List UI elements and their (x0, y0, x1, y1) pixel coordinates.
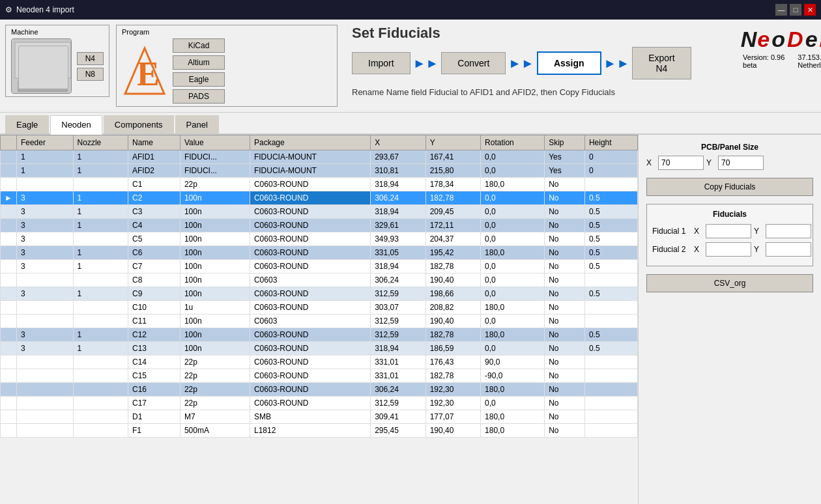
row-value: 100n (180, 260, 250, 273)
eagle-button[interactable]: Eagle (173, 72, 225, 87)
row-feeder: 3 (16, 232, 73, 246)
table-row[interactable]: ► 3 1 C2 100n C0603-ROUND 306,24 182,78 … (1, 191, 638, 205)
altium-button[interactable]: Altium (173, 55, 225, 70)
minimize-button[interactable]: — (775, 4, 787, 16)
row-arrow (1, 164, 17, 178)
row-value: 22p (180, 383, 250, 397)
table-row[interactable]: C8 100n C0603 306,24 190,40 0,0 No (1, 273, 638, 287)
table-row[interactable]: 3 1 C7 100n C0603-ROUND 318,94 182,78 0,… (1, 260, 638, 273)
table-row[interactable]: C15 22p C0603-ROUND 331,01 182,78 -90,0 … (1, 369, 638, 383)
row-x: 331,01 (371, 369, 425, 383)
pcb-x-input[interactable] (658, 156, 704, 170)
row-y: 182,78 (425, 328, 480, 342)
row-name: C3 (128, 205, 180, 219)
pads-button[interactable]: PADS (173, 89, 225, 104)
table-row[interactable]: C1 22p C0603-ROUND 318,94 178,34 180,0 N… (1, 178, 638, 191)
row-arrow (1, 219, 17, 232)
kicad-button[interactable]: KiCad (173, 38, 225, 53)
row-name: C6 (128, 246, 180, 260)
row-package: C0603 (250, 315, 370, 328)
tab-panel[interactable]: Panel (175, 115, 219, 133)
table-row[interactable]: C16 22p C0603-ROUND 306,24 192,30 180,0 … (1, 383, 638, 397)
row-value: 100n (180, 246, 250, 260)
import-step-button[interactable]: Import (352, 52, 410, 74)
table-row[interactable]: C10 1u C0603-ROUND 303,07 208,82 180,0 N… (1, 301, 638, 315)
table-section[interactable]: Feeder Nozzle Name Value Package X Y Rot… (0, 135, 639, 504)
row-arrow (1, 342, 17, 356)
table-row[interactable]: 3 1 C9 100n C0603-ROUND 312,59 198,66 0,… (1, 287, 638, 301)
tab-neoden[interactable]: Neoden (50, 115, 102, 135)
svg-text:E: E (137, 55, 160, 92)
assign-step-button[interactable]: Assign (537, 51, 601, 75)
table-row[interactable]: F1 500mA L1812 295,45 190,40 180,0 No (1, 424, 638, 438)
row-skip: No (545, 342, 585, 356)
row-feeder (16, 369, 73, 383)
n8-button[interactable]: N8 (77, 68, 104, 81)
row-skip: No (545, 260, 585, 273)
machine-image (11, 38, 72, 94)
copy-fiducials-button[interactable]: Copy Fiducials (646, 178, 813, 196)
fiducial2-y-input[interactable] (766, 242, 811, 257)
row-skip: No (545, 301, 585, 315)
row-value: 100n (180, 273, 250, 287)
table-row[interactable]: 3 1 C6 100n C0603-ROUND 331,05 195,42 18… (1, 246, 638, 260)
convert-step-button[interactable]: Convert (441, 52, 506, 74)
pcb-y-input[interactable] (718, 156, 764, 170)
table-row[interactable]: C14 22p C0603-ROUND 331,01 176,43 90,0 N… (1, 356, 638, 369)
row-x: 306,24 (371, 383, 425, 397)
close-button[interactable]: ✕ (804, 4, 816, 16)
table-row[interactable]: 3 1 C4 100n C0603-ROUND 329,61 172,11 0,… (1, 219, 638, 232)
machine-box: Machine N4 N8 (5, 25, 109, 97)
fiducial2-x-input[interactable] (706, 242, 751, 257)
row-feeder (16, 273, 73, 287)
tab-eagle[interactable]: Eagle (5, 115, 49, 133)
row-arrow (1, 205, 17, 219)
row-package: C0603-ROUND (250, 232, 370, 246)
row-name: C9 (128, 287, 180, 301)
col-package: Package (250, 135, 370, 150)
table-row[interactable]: 3 1 C12 100n C0603-ROUND 312,59 182,78 1… (1, 328, 638, 342)
title-bar-controls[interactable]: — □ ✕ (775, 4, 816, 16)
row-value: 100n (180, 287, 250, 301)
fiducial1-x-input[interactable] (706, 224, 751, 238)
csv-org-button[interactable]: CSV_org (646, 274, 813, 292)
col-height: Height (584, 135, 637, 150)
row-value: 22p (180, 356, 250, 369)
export-step-button[interactable]: Export N4 (632, 47, 691, 79)
maximize-button[interactable]: □ (790, 4, 801, 16)
table-row[interactable]: C11 100n C0603 312,59 190,40 0,0 No (1, 315, 638, 328)
machine-buttons: N4 N8 (77, 52, 104, 81)
table-row[interactable]: 1 1 AFID2 FIDUCI... FIDUCIA-MOUNT 310,81… (1, 164, 638, 178)
fiducial2-y-label: Y (754, 245, 763, 254)
row-y: 167,41 (425, 150, 480, 164)
main-window: Machine N4 N8 (0, 20, 821, 504)
fiducial2-row: Fiducial 2 X Y (652, 242, 807, 257)
row-height (584, 301, 637, 315)
table-row[interactable]: 3 C5 100n C0603-ROUND 349,93 204,37 0,0 … (1, 232, 638, 246)
table-row[interactable]: D1 M7 SMB 309,41 177,07 180,0 No (1, 410, 638, 424)
row-arrow (1, 260, 17, 273)
table-row[interactable]: C17 22p C0603-ROUND 312,59 192,30 0,0 No (1, 397, 638, 410)
row-x: 312,59 (371, 397, 425, 410)
fiducial1-y-input[interactable] (766, 224, 811, 238)
tab-components[interactable]: Components (104, 115, 174, 133)
row-package: C0603-ROUND (250, 178, 370, 191)
row-skip: Yes (545, 150, 585, 164)
row-x: 312,59 (371, 315, 425, 328)
row-height: 0.5 (584, 260, 637, 273)
row-nozzle: 1 (73, 164, 128, 178)
n4-button[interactable]: N4 (77, 52, 104, 65)
col-y: Y (425, 135, 480, 150)
row-nozzle (73, 397, 128, 410)
row-x: 318,94 (371, 178, 425, 191)
table-row[interactable]: 1 1 AFID1 FIDUCI... FIDUCIA-MOUNT 293,67… (1, 150, 638, 164)
row-value: FIDUCI... (180, 164, 250, 178)
table-row[interactable]: 3 1 C3 100n C0603-ROUND 318,94 209,45 0,… (1, 205, 638, 219)
row-nozzle (73, 178, 128, 191)
row-feeder: 3 (16, 287, 73, 301)
row-arrow (1, 301, 17, 315)
row-feeder: 3 (16, 260, 73, 273)
table-row[interactable]: 3 1 C13 100n C0603-ROUND 318,94 186,59 0… (1, 342, 638, 356)
right-panel: PCB/Panel Size X Y Copy Fiducials Fiduci… (639, 135, 821, 504)
components-table: Feeder Nozzle Name Value Package X Y Rot… (0, 135, 638, 438)
